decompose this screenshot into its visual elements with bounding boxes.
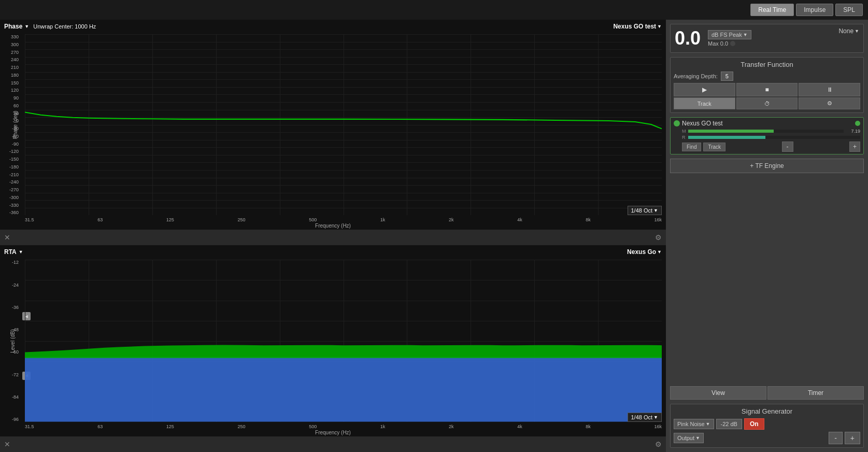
chart-separator-1: ✕ ⚙ [0, 230, 666, 245]
right-panel: None ▼ 0.0 dB FS Peak ▼ Max 0.0 [666, 20, 868, 452]
phase-track-label: Nexus GO test ▼ [613, 23, 662, 30]
nexus-plus-button[interactable]: + [849, 142, 860, 152]
impulse-button[interactable]: Impulse [796, 4, 833, 16]
signal-generator-section: Signal Generator Pink Noise ▼ -22 dB On … [670, 404, 864, 448]
nexus-meter-bars: M 7.19 R [674, 129, 860, 140]
sig-gen-title: Signal Generator [674, 407, 860, 415]
view-timer-row: View Timer [670, 386, 864, 400]
realtime-button[interactable]: Real Time [750, 4, 794, 16]
none-dropdown[interactable]: None ▼ [838, 27, 859, 35]
main-layout: 330 300 270 240 210 180 150 120 90 60 30… [0, 20, 868, 452]
nexus-green-dot [674, 120, 680, 126]
nexus-green-dot-right [855, 121, 860, 126]
output-minus-button[interactable]: - [829, 432, 843, 444]
meter-bar-r-bg [688, 136, 860, 139]
close-icon-2[interactable]: ✕ [4, 440, 10, 448]
meter-row: 0.0 dB FS Peak ▼ Max 0.0 [675, 27, 859, 49]
chart-separator-2: ✕ ⚙ [0, 436, 666, 452]
max-row: Max 0.0 [708, 40, 751, 47]
pause-button[interactable]: ⏸ [799, 83, 860, 96]
left-panel: 330 300 270 240 210 180 150 120 90 60 30… [0, 20, 666, 452]
phase-svg [25, 34, 662, 204]
rta-dropdown-icon[interactable]: ▼ [19, 249, 23, 255]
nexus-minus-button[interactable]: - [782, 142, 793, 152]
meter-bar-m-fill [688, 130, 774, 133]
rta-x-axis: 31.5 63 125 250 500 1k 2k 4k 8k 16k [25, 424, 662, 429]
find-button[interactable]: Find [682, 143, 701, 151]
svg-rect-0 [25, 357, 662, 422]
spacer [670, 177, 864, 380]
phase-title: Phase ▼ Unwrap Center: 1000 Hz [4, 23, 96, 30]
rta-y-label: Level (dB) [10, 329, 16, 353]
tf-title: Transfer Function [674, 61, 860, 68]
phase-y-label: Phase (deg) [12, 110, 18, 138]
sig-gen-controls: Pink Noise ▼ -22 dB On [674, 418, 860, 430]
rta-chart: -12 -24 -36 -48 -60 -72 -84 -96 Level (d… [0, 245, 666, 436]
rta-svg [25, 260, 662, 422]
meter-bar-r: R [682, 135, 860, 140]
on-button[interactable]: On [744, 418, 764, 430]
spl-button[interactable]: SPL [835, 4, 863, 16]
avg-row: Averaging Depth: 5 [674, 72, 860, 81]
track-row: Track ⏱ ⚙ [674, 97, 860, 109]
phase-x-label: Frequency (Hz) [315, 223, 351, 229]
rta-resolution: 1/48 Oct ▼ [628, 413, 662, 422]
stop-button[interactable]: ■ [736, 83, 798, 96]
none-dropdown-arrow: ▼ [855, 29, 859, 34]
phase-dropdown-icon[interactable]: ▼ [24, 24, 29, 29]
output-dropdown[interactable]: Output ▼ [674, 433, 704, 443]
output-plus-button[interactable]: + [845, 432, 860, 444]
meter-unit-col: dB FS Peak ▼ Max 0.0 [708, 30, 751, 47]
rta-track-dropdown[interactable]: ▼ [657, 249, 662, 255]
phase-resolution: 1/48 Oct ▼ [628, 206, 662, 215]
meter-bar-m-bg [688, 130, 844, 133]
rta-x-label: Frequency (Hz) [315, 430, 351, 435]
meter-bar-m: M 7.19 [682, 129, 860, 134]
gear-icon-2[interactable]: ⚙ [655, 440, 662, 448]
nexus-track: Nexus GO test M 7.19 R [670, 117, 864, 154]
sig-db-button[interactable]: -22 dB [716, 419, 742, 429]
close-icon-1[interactable]: ✕ [4, 233, 10, 242]
timer-view-button[interactable]: Timer [767, 386, 864, 400]
rta-title: RTA ▼ [4, 248, 23, 256]
output-row: Output ▼ - + [674, 432, 860, 444]
meter-unit-dropdown[interactable]: dB FS Peak ▼ [708, 30, 751, 39]
tf-section: Transfer Function Averaging Depth: 5 ▶ ■… [670, 57, 864, 113]
settings-button[interactable]: ⚙ [799, 97, 860, 109]
timer-button[interactable]: ⏱ [736, 97, 798, 109]
track-button[interactable]: Track [674, 97, 735, 109]
top-bar: Real Time Impulse SPL [0, 0, 868, 20]
max-dot [730, 41, 735, 46]
phase-x-axis: 31.5 63 125 250 500 1k 2k 4k 8k 16k [25, 217, 662, 222]
add-tf-button[interactable]: + TF Engine [670, 159, 864, 173]
phase-chart: 330 300 270 240 210 180 150 120 90 60 30… [0, 20, 666, 230]
signal-type-dropdown[interactable]: Pink Noise ▼ [674, 419, 714, 429]
meter-section: None ▼ 0.0 dB FS Peak ▼ Max 0.0 [670, 24, 864, 53]
nexus-actions: Find Track - + [674, 142, 860, 152]
rta-chart-area [25, 260, 662, 422]
gear-icon-1[interactable]: ⚙ [655, 233, 662, 242]
rta-track-label: Nexus Go ▼ [627, 248, 662, 256]
phase-chart-area [25, 34, 662, 215]
track-action-button[interactable]: Track [703, 143, 725, 151]
view-button[interactable]: View [670, 386, 766, 400]
nexus-track-header: Nexus GO test [674, 120, 860, 127]
nexus-track-name: Nexus GO test [682, 120, 853, 127]
phase-track-dropdown[interactable]: ▼ [657, 24, 662, 29]
avg-value[interactable]: 5 [721, 72, 733, 81]
meter-bar-r-fill [688, 136, 765, 139]
transport-row: ▶ ■ ⏸ [674, 83, 860, 96]
play-button[interactable]: ▶ [674, 83, 735, 96]
